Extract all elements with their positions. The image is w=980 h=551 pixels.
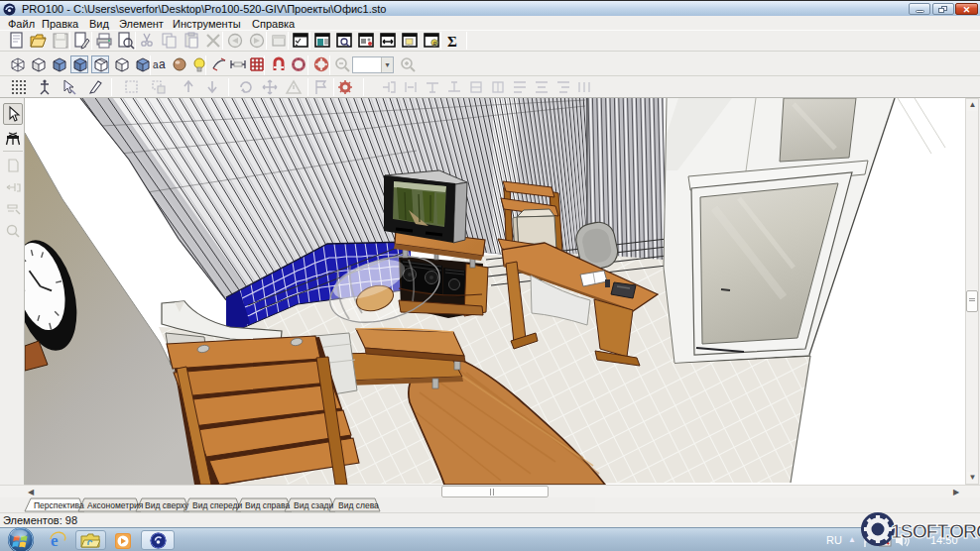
svg-text:Вид спереди: Вид спереди [192,500,243,510]
svg-text:Вид справа: Вид справа [245,500,290,510]
svg-text:Вид сверху: Вид сверху [145,500,189,510]
svg-text:Вид сзади: Вид сзади [294,500,334,510]
svg-text:a: a [159,57,166,71]
svg-text:₽: ₽ [433,41,437,47]
svg-text:Σ: Σ [447,34,457,50]
svg-text:1SOFT.ORG: 1SOFT.ORG [891,520,980,542]
svg-text:Аксонометрия: Аксонометрия [87,500,144,510]
svg-text:Перспектива: Перспектива [34,500,84,510]
svg-text:Вид слева: Вид слева [338,500,379,510]
